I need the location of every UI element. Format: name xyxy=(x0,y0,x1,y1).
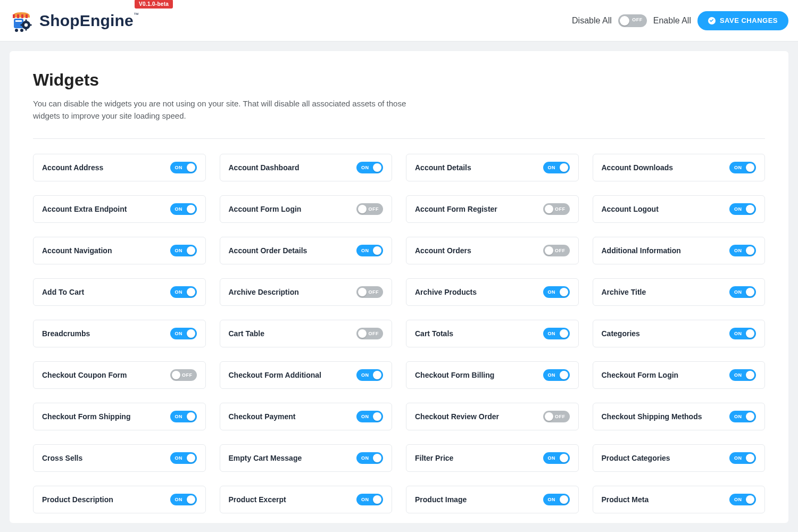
widget-toggle[interactable]: ON xyxy=(543,452,570,464)
widget-toggle[interactable]: ON xyxy=(356,411,383,422)
toggle-knob xyxy=(545,205,553,213)
widget-label: Cart Totals xyxy=(415,329,453,338)
widget-label: Archive Title xyxy=(602,288,646,296)
widget-toggle[interactable]: ON xyxy=(729,411,756,422)
toggle-knob xyxy=(746,371,754,379)
toggle-state-text: ON xyxy=(734,414,742,419)
save-changes-button[interactable]: SAVE CHANGES xyxy=(697,11,788,30)
widgets-panel: Widgets You can disable the widgets you … xyxy=(10,51,788,523)
widget-toggle[interactable]: ON xyxy=(729,494,756,505)
svg-point-7 xyxy=(20,29,23,32)
widget-toggle[interactable]: ON xyxy=(543,286,570,298)
widget-card: Account Extra EndpointON xyxy=(33,195,206,223)
widget-toggle[interactable]: ON xyxy=(543,162,570,173)
widget-toggle[interactable]: ON xyxy=(729,162,756,173)
toggle-state-text: ON xyxy=(548,455,556,461)
widget-toggle[interactable]: ON xyxy=(356,245,383,256)
widget-label: Account Form Register xyxy=(415,205,497,213)
widget-label: Account Order Details xyxy=(229,246,307,255)
widget-toggle[interactable]: ON xyxy=(543,494,570,505)
widget-toggle[interactable]: ON xyxy=(729,245,756,256)
widget-toggle[interactable]: OFF xyxy=(356,286,383,298)
widget-toggle[interactable]: ON xyxy=(729,286,756,298)
widget-toggle[interactable]: ON xyxy=(729,328,756,339)
brand-name: ShopEngine™ xyxy=(39,12,139,30)
widget-toggle[interactable]: ON xyxy=(170,494,197,505)
enable-all-toggle[interactable]: OFF xyxy=(618,14,647,27)
widget-toggle[interactable]: ON xyxy=(356,369,383,381)
widget-label: Checkout Form Additional xyxy=(229,371,321,379)
widget-toggle[interactable]: ON xyxy=(170,162,197,173)
toggle-knob xyxy=(545,246,553,255)
widget-toggle[interactable]: OFF xyxy=(356,328,383,339)
widget-card: Account LogoutON xyxy=(593,195,766,223)
widget-toggle[interactable]: ON xyxy=(170,328,197,339)
divider xyxy=(33,138,765,139)
widget-label: Archive Description xyxy=(229,288,299,296)
widget-toggle[interactable]: ON xyxy=(170,203,197,215)
svg-point-9 xyxy=(24,23,28,26)
toggle-knob xyxy=(746,246,754,255)
toggle-knob xyxy=(172,371,180,379)
toggle-knob xyxy=(746,495,754,504)
widget-label: Breadcrumbs xyxy=(42,329,90,338)
toggle-knob xyxy=(746,412,754,421)
toggle-state-text: ON xyxy=(548,289,556,295)
widget-card: Account DetailsON xyxy=(406,154,579,181)
toggle-state-text: ON xyxy=(175,497,183,502)
widget-toggle[interactable]: ON xyxy=(170,411,197,422)
widget-toggle[interactable]: OFF xyxy=(543,245,570,256)
widget-card: Additional InformationON xyxy=(593,237,766,264)
toggle-state-text: OFF xyxy=(369,206,379,212)
widget-toggle[interactable]: ON xyxy=(543,328,570,339)
widget-toggle[interactable]: OFF xyxy=(543,203,570,215)
widget-card: Account AddressON xyxy=(33,154,206,181)
widget-label: Cart Table xyxy=(229,329,264,338)
widget-card: Account Order DetailsON xyxy=(220,237,393,264)
svg-rect-13 xyxy=(30,24,32,26)
widget-card: Checkout Form BillingON xyxy=(406,361,579,389)
toggle-knob xyxy=(187,329,195,338)
svg-rect-11 xyxy=(26,28,27,30)
svg-rect-12 xyxy=(21,24,23,26)
widget-toggle[interactable]: ON xyxy=(356,452,383,464)
toggle-state-text: ON xyxy=(175,331,183,336)
widget-toggle[interactable]: ON xyxy=(729,203,756,215)
widget-card: Account DownloadsON xyxy=(593,154,766,181)
widget-label: Product Description xyxy=(42,495,113,504)
widget-toggle[interactable]: ON xyxy=(729,452,756,464)
widget-toggle[interactable]: ON xyxy=(170,452,197,464)
svg-rect-10 xyxy=(26,19,27,21)
toggle-state-text: ON xyxy=(548,372,556,378)
toggle-state-text: ON xyxy=(734,497,742,502)
widget-toggle[interactable]: ON xyxy=(170,245,197,256)
widget-card: Account Form RegisterOFF xyxy=(406,195,579,223)
widget-label: Account Address xyxy=(42,163,103,172)
toggle-state-text: OFF xyxy=(369,289,379,295)
widget-toggle[interactable]: ON xyxy=(170,286,197,298)
toggle-knob xyxy=(358,205,367,213)
widget-toggle[interactable]: ON xyxy=(356,162,383,173)
page-title: Widgets xyxy=(33,70,765,90)
widget-card: Account Form LoginOFF xyxy=(220,195,393,223)
top-bar: ShopEngine™ V0.1.0-beta Disable All OFF … xyxy=(0,0,798,41)
toggle-knob xyxy=(187,163,195,172)
widget-toggle[interactable]: ON xyxy=(356,494,383,505)
widget-label: Checkout Form Shipping xyxy=(42,412,130,421)
widget-card: Cross SellsON xyxy=(33,444,206,472)
widget-card: Product DescriptionON xyxy=(33,486,206,513)
toggle-state-text: ON xyxy=(361,497,369,502)
toggle-state-text: ON xyxy=(175,165,183,170)
widget-toggle[interactable]: OFF xyxy=(170,369,197,381)
widget-toggle[interactable]: OFF xyxy=(356,203,383,215)
widget-card: CategoriesON xyxy=(593,320,766,347)
widget-card: Product MetaON xyxy=(593,486,766,513)
widget-toggle[interactable]: OFF xyxy=(543,411,570,422)
widget-toggle[interactable]: ON xyxy=(729,369,756,381)
widget-label: Additional Information xyxy=(602,246,681,255)
widget-toggle[interactable]: ON xyxy=(543,369,570,381)
toggle-state-text: OFF xyxy=(182,372,193,378)
widget-card: Product ExcerptON xyxy=(220,486,393,513)
toggle-knob xyxy=(746,288,754,296)
widget-label: Cross Sells xyxy=(42,454,82,462)
